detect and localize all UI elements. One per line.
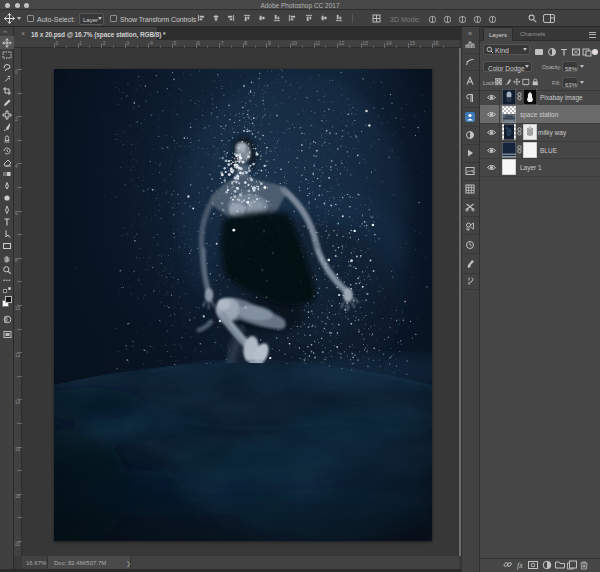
svg-text:fx: fx bbox=[517, 561, 523, 570]
